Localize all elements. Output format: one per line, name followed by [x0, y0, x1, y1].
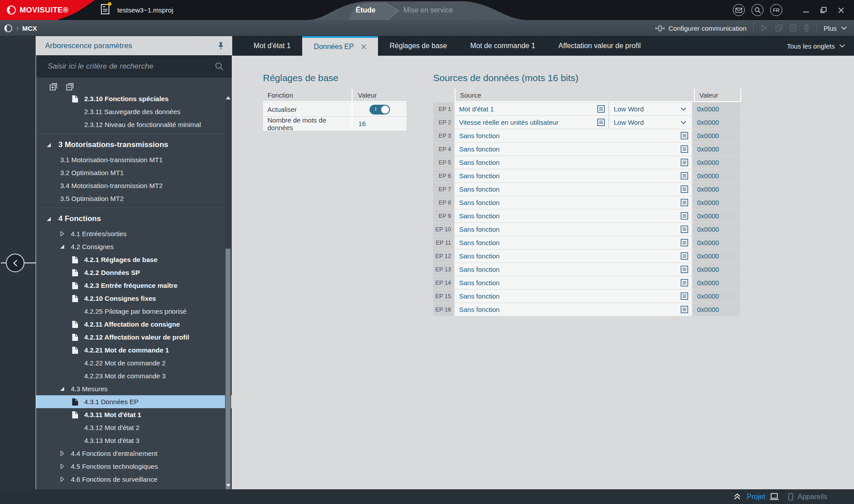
delete-button[interactable]: [803, 24, 810, 32]
word-count-input[interactable]: 16: [352, 117, 406, 131]
tree-item[interactable]: 4.2.22 Mot de commande 2: [36, 356, 232, 369]
expander-open-icon[interactable]: [60, 245, 64, 249]
source-picker-icon[interactable]: [681, 159, 688, 166]
ep-value[interactable]: 0x0000: [693, 196, 740, 209]
tree-item[interactable]: 4.2 Consignes: [36, 240, 232, 253]
source-select[interactable]: Sans fonction: [455, 290, 692, 303]
copy-button[interactable]: [775, 24, 783, 32]
ep-value[interactable]: 0x0000: [693, 250, 740, 262]
source-select[interactable]: Sans fonction: [455, 156, 692, 169]
language-badge[interactable]: FR: [770, 4, 782, 16]
tree-item[interactable]: 2.3.11 Sauvegarde des données: [36, 105, 232, 118]
tree-scrollbar[interactable]: [225, 95, 231, 488]
mail-button[interactable]: [733, 4, 745, 16]
source-picker-icon[interactable]: [681, 252, 688, 260]
expander-open-icon[interactable]: [47, 143, 51, 147]
source-select[interactable]: Sans fonction: [455, 143, 692, 156]
source-picker-icon[interactable]: [681, 199, 688, 206]
tree-item[interactable]: 4.1 Entrées/sorties: [36, 227, 232, 240]
tree-item[interactable]: 4.2.1 Réglages de base: [36, 253, 232, 266]
expander-open-icon[interactable]: [47, 217, 51, 221]
source-select[interactable]: Sans fonction: [455, 223, 692, 236]
tab-mot-d-tat-1[interactable]: Mot d'état 1: [242, 36, 302, 56]
source-select[interactable]: Mot d'état 1: [455, 102, 608, 115]
source-select[interactable]: Sans fonction: [455, 236, 692, 249]
source-select[interactable]: Sans fonction: [455, 129, 692, 142]
collapse-panel-button[interactable]: [6, 254, 25, 272]
tree-item[interactable]: 4.3.1 Données EP: [36, 395, 232, 408]
source-select[interactable]: Sans fonction: [455, 276, 692, 289]
actualiser-toggle[interactable]: [370, 105, 390, 115]
devices-panel-button[interactable]: Appareils: [788, 493, 827, 501]
search-input[interactable]: [41, 62, 215, 71]
source-picker-icon[interactable]: [681, 132, 688, 139]
ep-value[interactable]: 0x0000: [693, 290, 740, 303]
tree-item[interactable]: 4.4 Fonctions d'entraînement: [36, 447, 232, 460]
expand-all-icon[interactable]: [49, 82, 58, 91]
ep-value[interactable]: 0x0000: [693, 169, 740, 182]
source-picker-icon[interactable]: [681, 212, 688, 220]
ep-value[interactable]: 0x0000: [693, 116, 740, 129]
ep-value[interactable]: 0x0000: [693, 223, 740, 236]
sew-node-icon[interactable]: [4, 24, 13, 33]
source-select[interactable]: Sans fonction: [455, 303, 692, 316]
collapse-all-icon[interactable]: [65, 82, 75, 91]
source-picker-icon[interactable]: [681, 145, 688, 153]
word-select[interactable]: Low Word: [609, 102, 692, 115]
tree-item[interactable]: 3.1 Motorisation-transmission MT1: [36, 153, 232, 166]
tree-item[interactable]: 3 Motorisations-transmissions: [36, 136, 232, 153]
tree-item[interactable]: 4.3.12 Mot d'état 2: [36, 421, 232, 434]
close-tab-icon[interactable]: [361, 44, 366, 49]
minimize-button[interactable]: [803, 7, 809, 13]
ep-value[interactable]: 0x0000: [693, 263, 740, 276]
tree-item[interactable]: 4.2.21 Mot de commande 1: [36, 344, 232, 356]
tree-item[interactable]: 4.2.11 Affectation de consigne: [36, 318, 232, 331]
tab-affectation-valeur-de-profil[interactable]: Affectation valeur de profil: [547, 36, 653, 56]
tree-item[interactable]: 4.6 Fonctions de surveillance: [36, 473, 232, 486]
expander-open-icon[interactable]: [60, 387, 64, 391]
ep-value[interactable]: 0x0000: [693, 102, 740, 115]
source-picker-icon[interactable]: [681, 239, 688, 246]
expander-closed-icon[interactable]: [60, 463, 65, 469]
expander-closed-icon[interactable]: [60, 451, 65, 456]
source-picker-icon[interactable]: [681, 225, 688, 233]
scroll-up-icon[interactable]: [226, 96, 230, 99]
scrollbar-thumb[interactable]: [226, 249, 230, 504]
source-picker-icon[interactable]: [681, 185, 688, 193]
tree-item[interactable]: 4.3.11 Mot d'état 1: [36, 408, 232, 421]
breadcrumb-device[interactable]: MCX: [22, 25, 37, 32]
tree-item[interactable]: 4.3 Mesures: [36, 382, 232, 395]
stage-etude[interactable]: Étude: [356, 0, 375, 20]
source-picker-icon[interactable]: [681, 279, 688, 287]
source-picker-icon[interactable]: [681, 292, 688, 300]
configure-communication-button[interactable]: Configurer communication: [655, 25, 747, 32]
ep-value[interactable]: 0x0000: [693, 156, 740, 169]
all-tabs-button[interactable]: Tous les onglets: [787, 36, 845, 56]
tab-mot-de-commande-1[interactable]: Mot de commande 1: [459, 36, 547, 56]
source-picker-icon[interactable]: [681, 266, 688, 273]
tab-donn-es-ep[interactable]: Données EP: [302, 36, 378, 56]
tree-item[interactable]: 3.5 Optimisation MT2: [36, 192, 232, 205]
ep-value[interactable]: 0x0000: [693, 236, 740, 249]
source-select[interactable]: Sans fonction: [455, 263, 692, 276]
source-picker-icon[interactable]: [597, 105, 605, 113]
ep-value[interactable]: 0x0000: [693, 183, 740, 196]
expander-closed-icon[interactable]: [60, 231, 65, 237]
tree-item[interactable]: 3.4 Motorisation-transmission MT2: [36, 179, 232, 192]
tree-item[interactable]: 3.2 Optimisation MT1: [36, 166, 232, 179]
tree-item[interactable]: 4.2.23 Mot de commande 3: [36, 369, 232, 382]
tab-r-glages-de-base[interactable]: Réglages de base: [378, 36, 459, 56]
source-select[interactable]: Sans fonction: [455, 183, 692, 196]
source-select[interactable]: Sans fonction: [455, 169, 692, 182]
source-select[interactable]: Vitesse réelle en unités utilisateur: [455, 116, 608, 129]
ep-value[interactable]: 0x0000: [693, 129, 740, 142]
word-select[interactable]: Low Word: [609, 116, 692, 129]
cut-button[interactable]: [760, 24, 768, 32]
tree-item[interactable]: 4.2.25 Pilotage par bornes priorisé: [36, 305, 232, 318]
expander-closed-icon[interactable]: [60, 476, 65, 482]
close-button[interactable]: [838, 7, 844, 13]
plus-menu-button[interactable]: Plus: [824, 25, 847, 32]
ep-value[interactable]: 0x0000: [693, 143, 740, 156]
paste-button[interactable]: [789, 24, 797, 32]
source-select[interactable]: Sans fonction: [455, 250, 692, 262]
